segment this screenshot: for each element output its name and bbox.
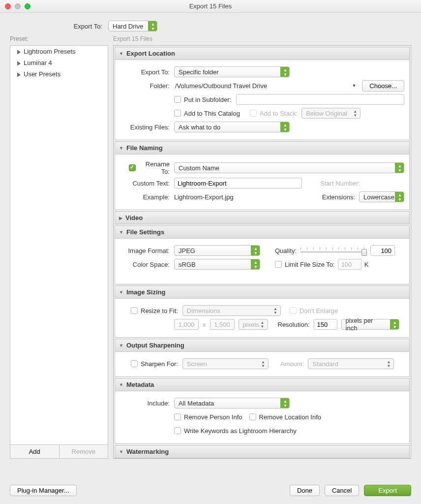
rename-template-select[interactable]: Custom Name▲▼ <box>174 162 404 173</box>
sharpen-for-label: Sharpen For: <box>141 360 182 368</box>
panel-title: Output Sharpening <box>126 342 184 349</box>
add-stack-checkbox <box>250 110 257 117</box>
preset-item[interactable]: ▶Luminar 4 <box>10 57 108 68</box>
preset-item[interactable]: ▶Lightroom Presets <box>10 46 108 57</box>
width-input <box>174 319 199 330</box>
chevron-down-icon: ▼ <box>119 146 123 151</box>
existing-files-label: Existing Files: <box>120 124 174 131</box>
panel-header[interactable]: ▶Video <box>115 212 409 224</box>
chevron-right-icon: ▶ <box>119 216 122 220</box>
dont-enlarge-label: Don't Enlarge <box>300 307 338 315</box>
plugin-manager-button[interactable]: Plug-in Manager... <box>10 485 77 496</box>
preset-item-label: Luminar 4 <box>24 59 52 66</box>
panel-header[interactable]: ▼Export Location <box>115 47 409 60</box>
image-format-select[interactable]: JPEG▲▼ <box>174 245 260 256</box>
subfolder-input[interactable] <box>236 94 404 105</box>
preset-item[interactable]: ▶User Presets <box>10 68 108 80</box>
remove-location-checkbox[interactable] <box>249 413 256 420</box>
panel-file-naming: ▼File Naming Rename To: Custom Name▲▼ Cu… <box>115 141 410 210</box>
custom-text-label: Custom Text: <box>120 180 174 187</box>
chevron-updown-icon: ▲▼ <box>398 164 402 173</box>
export-to-value: Hard Drive <box>113 23 143 30</box>
add-catalog-checkbox[interactable] <box>174 110 181 117</box>
custom-text-input[interactable] <box>174 178 302 189</box>
quality-label: Quality: <box>275 247 301 254</box>
panel-header[interactable]: ▼Image Sizing <box>115 286 409 299</box>
color-space-select[interactable]: sRGB▲▼ <box>174 259 260 270</box>
chevron-updown-icon: ▲▼ <box>353 110 357 118</box>
folder-dropdown-icon[interactable]: ▼ <box>349 83 359 88</box>
chevron-updown-icon: ▲▼ <box>393 320 397 329</box>
panel-image-sizing: ▼Image Sizing Resize to Fit: Dimensions▲… <box>115 285 410 338</box>
export-to-select[interactable]: Hard Drive ▲▼ <box>108 21 157 32</box>
chevron-updown-icon: ▲▼ <box>261 360 265 368</box>
chevron-updown-icon: ▲▼ <box>273 307 277 315</box>
quality-slider[interactable] <box>301 246 364 255</box>
chevron-updown-icon: ▲▼ <box>151 22 155 31</box>
existing-files-select[interactable]: Ask what to do▲▼ <box>174 122 290 132</box>
preset-item-label: Lightroom Presets <box>24 48 76 55</box>
limit-filesize-label: Limit File Size To: <box>285 261 335 268</box>
extensions-select[interactable]: Lowercase▲▼ <box>359 191 404 202</box>
panel-export-location: ▼Export Location Export To: Specific fol… <box>115 47 410 140</box>
add-stack-label: Add to Stack: <box>260 110 298 117</box>
remove-person-checkbox[interactable] <box>174 413 181 420</box>
panel-metadata: ▼Metadata Include: All Metadata▲▼ Remove… <box>115 378 410 444</box>
color-space-label: Color Space: <box>120 261 174 268</box>
panel-header[interactable]: ▼Watermarking <box>115 445 409 458</box>
panel-title: Video <box>125 214 143 221</box>
select-value: pixels <box>243 321 259 328</box>
export-to-folder-select[interactable]: Specific folder▲▼ <box>174 66 290 77</box>
chevron-updown-icon: ▲▼ <box>261 321 265 329</box>
put-subfolder-checkbox[interactable] <box>174 96 181 103</box>
panel-watermarking: ▼Watermarking Watermark: Simple Copyrigh… <box>115 445 410 459</box>
panel-header[interactable]: ▼Output Sharpening <box>115 339 409 352</box>
chevron-updown-icon: ▲▼ <box>283 399 287 408</box>
exporting-count-label: Export 15 Files <box>113 35 411 45</box>
chevron-down-icon: ▼ <box>119 343 123 348</box>
chevron-down-icon: ▼ <box>119 290 123 295</box>
remove-person-label: Remove Person Info <box>184 413 242 421</box>
export-button[interactable]: Export <box>364 485 411 496</box>
folder-path: /Volumes/Outbound Travel Drive <box>174 82 346 90</box>
select-value: All Metadata <box>179 400 214 407</box>
extensions-label: Extensions: <box>322 193 359 201</box>
select-value: sRGB <box>179 261 196 268</box>
chevron-down-icon: ▼ <box>119 382 123 387</box>
panel-header[interactable]: ▼Metadata <box>115 378 409 391</box>
resolution-label: Resolution: <box>278 321 314 328</box>
panel-file-settings: ▼File Settings Image Format: JPEG▲▼ Qual… <box>115 225 410 284</box>
select-value: pixels per inch <box>346 317 386 332</box>
done-button[interactable]: Done <box>290 485 320 496</box>
add-preset-button[interactable]: Add <box>10 445 59 458</box>
metadata-include-select[interactable]: All Metadata▲▼ <box>174 398 290 409</box>
select-value: Specific folder <box>179 68 219 76</box>
quality-input[interactable] <box>370 245 395 256</box>
panel-header[interactable]: ▼File Naming <box>115 142 409 155</box>
resize-dimensions-select: Dimensions▲▼ <box>182 305 281 316</box>
preset-list[interactable]: ▶Lightroom Presets ▶Luminar 4 ▶User Pres… <box>10 45 108 445</box>
cancel-button[interactable]: Cancel <box>325 485 359 496</box>
resolution-input[interactable] <box>314 319 337 330</box>
choose-folder-button[interactable]: Choose... <box>362 80 404 92</box>
resolution-unit-select[interactable]: pixels per inch▲▼ <box>341 319 399 330</box>
sharpen-amount-select: Standard▲▼ <box>308 358 394 369</box>
select-value: Custom Name <box>179 164 219 172</box>
select-value: Ask what to do <box>179 124 220 131</box>
panel-header[interactable]: ▼File Settings <box>115 226 409 239</box>
remove-preset-button: Remove <box>59 445 108 458</box>
select-value: JPEG <box>179 247 195 254</box>
chevron-down-icon: ▼ <box>119 230 123 235</box>
export-to-folder-label: Export To: <box>120 68 174 76</box>
panel-output-sharpening: ▼Output Sharpening Sharpen For: Screen▲▼… <box>115 339 410 377</box>
panel-title: File Naming <box>126 144 163 152</box>
rename-to-checkbox[interactable] <box>129 164 136 171</box>
write-keywords-label: Write Keywords as Lightroom Hierarchy <box>184 427 297 435</box>
chevron-down-icon: ▼ <box>119 51 123 56</box>
window-title: Export 15 Files <box>0 2 421 10</box>
chevron-updown-icon: ▲▼ <box>283 123 287 132</box>
sharpen-for-checkbox[interactable] <box>131 360 138 367</box>
limit-filesize-checkbox[interactable] <box>275 261 282 268</box>
resize-to-fit-checkbox[interactable] <box>131 307 138 314</box>
write-keywords-checkbox[interactable] <box>174 427 181 434</box>
